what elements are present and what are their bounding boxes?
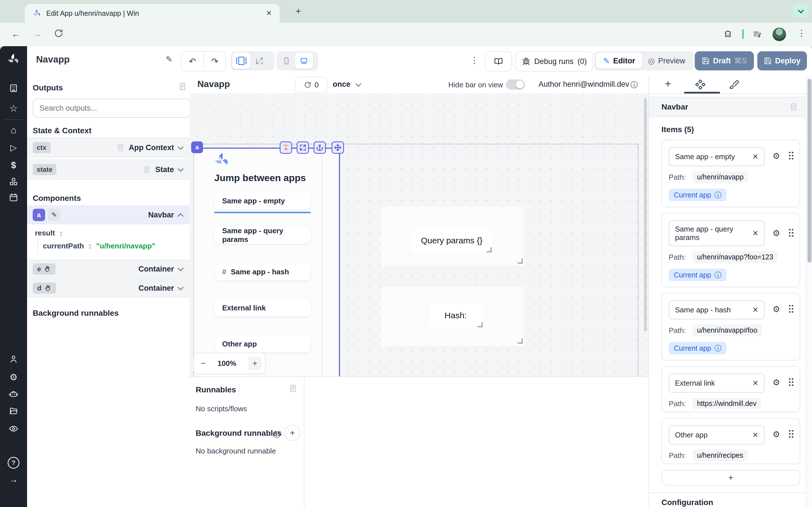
zoom-out-button[interactable]: − [201, 358, 206, 368]
centered-layout-button[interactable] [232, 53, 250, 69]
desktop-view-button[interactable] [295, 53, 313, 69]
sidebar-item-help-icon[interactable]: ? [0, 457, 27, 469]
sidebar-item-workspace[interactable] [0, 83, 27, 93]
item-settings-gear-icon[interactable]: ⚙ [772, 304, 780, 314]
clear-label-icon[interactable]: ✕ [752, 379, 758, 388]
info-icon[interactable]: ⓘ [714, 190, 721, 200]
sidebar-item-folders-icon[interactable] [0, 406, 27, 416]
tab-close-icon[interactable]: ✕ [266, 9, 272, 17]
extensions-puzzle-icon[interactable] [723, 29, 732, 38]
resize-handle[interactable] [518, 259, 523, 264]
full-width-layout-button[interactable] [250, 57, 268, 65]
component-row-d[interactable]: d Container [27, 279, 190, 297]
anchor-button[interactable] [313, 142, 326, 154]
nav-item-hash[interactable]: # Same app - hash [214, 263, 311, 281]
zoom-in-button[interactable]: + [248, 356, 262, 370]
item-label-input[interactable]: External link ✕ [669, 374, 765, 393]
sidebar-item-workers-robot-icon[interactable] [0, 389, 27, 399]
search-outputs-input[interactable] [33, 99, 190, 118]
drag-handle-icon[interactable] [788, 429, 794, 438]
component-row-e[interactable]: e Container [27, 260, 190, 278]
sidebar-item-settings-gear-icon[interactable]: ⚙ [0, 372, 27, 383]
chevron-down-icon[interactable] [177, 284, 184, 290]
nav-item-other-app[interactable]: Other app [214, 335, 311, 353]
clear-label-icon[interactable]: ✕ [752, 152, 758, 161]
sidebar-item-variables[interactable]: $ [0, 160, 27, 170]
add-item-button[interactable]: + [661, 470, 800, 486]
more-options-kebab-icon[interactable]: ⋮ [470, 55, 479, 65]
result-line[interactable]: result : [35, 229, 62, 237]
drag-handle-icon[interactable] [788, 151, 794, 160]
windmill-logo[interactable] [0, 53, 27, 65]
drag-handle-icon[interactable] [788, 378, 794, 386]
query-params-box[interactable]: Query params {} [412, 228, 492, 253]
info-icon[interactable]: ⓘ [273, 430, 280, 440]
expand-button[interactable] [297, 142, 309, 154]
selected-component-badge[interactable]: a [191, 142, 203, 153]
forward-icon[interactable]: → [33, 29, 42, 39]
panel-doc-icon[interactable] [790, 103, 798, 111]
add-background-runnable-button[interactable]: + [284, 425, 301, 441]
item-path[interactable]: u/henri/recipes [693, 450, 748, 461]
rename-pencil-icon[interactable]: ✎ [166, 55, 172, 64]
chevron-up-icon[interactable] [177, 213, 184, 219]
docs-book-button[interactable] [485, 51, 512, 71]
item-label-input[interactable]: Other app ✕ [669, 425, 765, 445]
run-mode-select[interactable]: once [333, 80, 350, 89]
item-settings-gear-icon[interactable]: ⚙ [772, 429, 780, 439]
hide-bar-toggle[interactable] [506, 79, 525, 90]
editor-tab[interactable]: ✎ Editor [596, 53, 642, 69]
sidebar-item-audit-eye-icon[interactable] [0, 424, 27, 434]
sidebar-item-home[interactable]: ⌂ [0, 124, 27, 135]
item-label-input[interactable]: Same app - hash ✕ [669, 300, 765, 320]
current-path-line[interactable]: currentPath : "u/henri/navapp" [43, 242, 155, 250]
browser-tab[interactable]: Edit App u/henri/navapp | Win ✕ [25, 4, 280, 22]
panel-scrollbar-thumb[interactable] [808, 79, 811, 263]
clear-label-icon[interactable]: ✕ [752, 431, 758, 439]
item-path[interactable]: https://windmill.dev [693, 398, 761, 409]
deploy-button[interactable]: Deploy [757, 51, 807, 70]
clear-label-icon[interactable]: ✕ [752, 305, 758, 314]
refresh-button[interactable]: 0 [295, 76, 327, 93]
preview-tab[interactable]: ◎ Preview [648, 56, 685, 66]
chevron-down-icon[interactable] [177, 265, 184, 271]
fill-height-button[interactable] [280, 142, 292, 154]
browser-control-button[interactable] [793, 3, 809, 18]
sidebar-item-users[interactable] [0, 354, 27, 364]
hash-box[interactable]: Hash: [430, 303, 481, 328]
media-controls-icon[interactable] [753, 30, 762, 39]
new-tab-button[interactable]: + [296, 6, 301, 17]
item-path[interactable]: u/henri/navapp [693, 171, 748, 183]
tab-components-icon[interactable] [695, 79, 705, 92]
item-label-input[interactable]: Same app - empty ✕ [669, 147, 765, 166]
item-settings-gear-icon[interactable]: ⚙ [772, 228, 780, 238]
redo-button[interactable]: ↷ [204, 52, 225, 70]
browser-menu-kebab-icon[interactable]: ⋮ [797, 28, 806, 38]
sidebar-item-resources[interactable] [0, 177, 27, 186]
item-path[interactable]: u/henri/navapp?foo=123 [693, 251, 777, 263]
resize-handle[interactable] [518, 339, 523, 344]
resize-handle[interactable] [487, 247, 492, 252]
info-icon[interactable]: ⓘ [630, 80, 638, 90]
item-settings-gear-icon[interactable]: ⚙ [772, 378, 780, 387]
mobile-view-button[interactable] [278, 57, 295, 65]
ctx-row[interactable]: ctx App Context [27, 137, 190, 158]
tab-styling-brush-icon[interactable] [729, 79, 739, 90]
draft-button[interactable]: Draft ⌘S [695, 51, 754, 70]
resize-handle[interactable] [477, 322, 483, 327]
chevron-down-icon[interactable] [177, 144, 184, 150]
component-row-a[interactable]: a ✎ Navbar [27, 206, 190, 224]
sidebar-item-favorites[interactable]: ☆ [0, 103, 27, 114]
item-settings-gear-icon[interactable]: ⚙ [772, 151, 780, 161]
selection-right-line[interactable] [339, 148, 340, 376]
sidebar-collapse-arrow-icon[interactable]: → [0, 474, 27, 485]
drag-handle-icon[interactable] [788, 304, 794, 313]
back-icon[interactable]: ← [11, 29, 20, 39]
item-label-input[interactable]: Same app - query params ✕ [669, 220, 765, 246]
undo-button[interactable]: ↶ [182, 52, 204, 70]
chevron-down-icon[interactable] [356, 81, 361, 87]
sidebar-item-schedules[interactable] [0, 193, 27, 202]
nav-item-same-app-empty[interactable]: Same app - empty [214, 192, 311, 210]
item-path[interactable]: u/henri/navapp#foo [693, 325, 762, 336]
app-canvas[interactable]: a Jump between apps Same app - empty [190, 94, 649, 376]
